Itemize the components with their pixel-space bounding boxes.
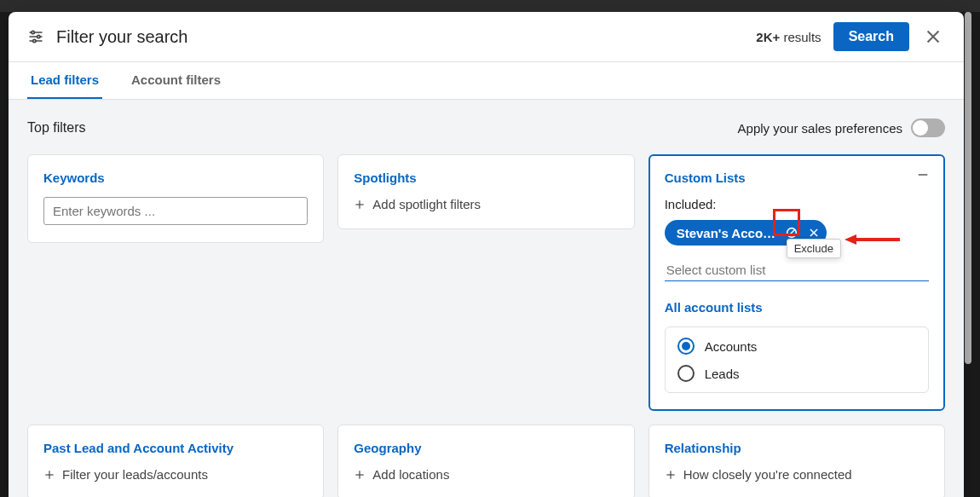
keywords-input[interactable] (43, 197, 308, 225)
plus-icon (665, 469, 677, 481)
radio-accounts[interactable]: Accounts (677, 338, 916, 355)
sales-preferences-toggle-row: Apply your sales preferences (738, 118, 945, 137)
collapse-icon[interactable] (916, 168, 930, 185)
add-spotlight-label: Add spotlight filters (372, 197, 481, 211)
card-title-rel: Relationship (665, 441, 929, 455)
modal-body: Top filters Apply your sales preferences… (9, 100, 964, 497)
section-title: Top filters (27, 120, 85, 136)
search-button[interactable]: Search (833, 22, 909, 51)
card-geography: Geography Add locations (337, 425, 634, 497)
select-custom-list-input[interactable] (665, 259, 929, 281)
add-spotlight-filters[interactable]: Add spotlight filters (354, 197, 618, 211)
tab-lead-filters[interactable]: Lead filters (27, 62, 102, 99)
add-locations[interactable]: Add locations (354, 467, 618, 482)
radio-leads-label: Leads (705, 367, 740, 381)
svg-marker-16 (845, 234, 856, 245)
sliders-icon (27, 28, 44, 45)
card-title-past: Past Lead and Account Activity (43, 441, 308, 455)
filter-modal: Filter your search 2K+ results Search Le… (9, 12, 964, 497)
radio-accounts-label: Accounts (705, 339, 758, 354)
card-custom-lists: Custom Lists Included: Stevan's Accou... (649, 154, 945, 411)
svg-point-1 (32, 31, 34, 33)
plus-icon (354, 199, 366, 211)
card-past-activity: Past Lead and Account Activity Filter yo… (27, 425, 324, 497)
svg-line-12 (788, 229, 795, 236)
card-relationship: Relationship How closely you're connecte… (649, 425, 945, 497)
card-title-geo: Geography (354, 441, 618, 455)
radio-icon (677, 338, 695, 355)
chip-label: Stevan's Accou... (677, 226, 779, 240)
radio-icon (677, 365, 695, 382)
svg-point-3 (37, 35, 40, 38)
preferences-toggle[interactable] (911, 118, 945, 137)
add-past-label: Filter your leads/accounts (62, 467, 208, 482)
add-locations-label: Add locations (372, 467, 449, 482)
modal-title: Filter your search (56, 27, 744, 47)
all-account-lists-link[interactable]: All account lists (665, 300, 929, 315)
card-keywords: Keywords (27, 154, 324, 243)
card-title-custom-lists: Custom Lists (665, 170, 929, 185)
card-title-keywords: Keywords (43, 170, 308, 185)
card-title-spotlights: Spotlights (354, 170, 618, 185)
plus-icon (354, 469, 366, 481)
modal-header: Filter your search 2K+ results Search (9, 12, 964, 62)
add-past-activity[interactable]: Filter your leads/accounts (43, 467, 308, 482)
radio-leads[interactable]: Leads (677, 365, 916, 382)
scrollbar[interactable] (965, 12, 971, 364)
add-relationship-label: How closely you're connected (683, 467, 852, 482)
plus-icon (43, 469, 55, 481)
result-count: 2K+ results (756, 30, 821, 44)
tab-account-filters[interactable]: Account filters (128, 62, 224, 99)
annotation-arrow (845, 233, 900, 246)
tabs: Lead filters Account filters (9, 62, 964, 100)
close-icon[interactable] (921, 25, 945, 49)
add-relationship[interactable]: How closely you're connected (665, 467, 929, 482)
svg-point-5 (33, 39, 36, 42)
included-label: Included: (665, 197, 929, 211)
card-spotlights: Spotlights Add spotlight filters (337, 154, 634, 229)
list-type-radio-group: Accounts Leads (665, 327, 929, 393)
preferences-label: Apply your sales preferences (738, 121, 902, 136)
exclude-tooltip: Exclude (787, 239, 841, 258)
